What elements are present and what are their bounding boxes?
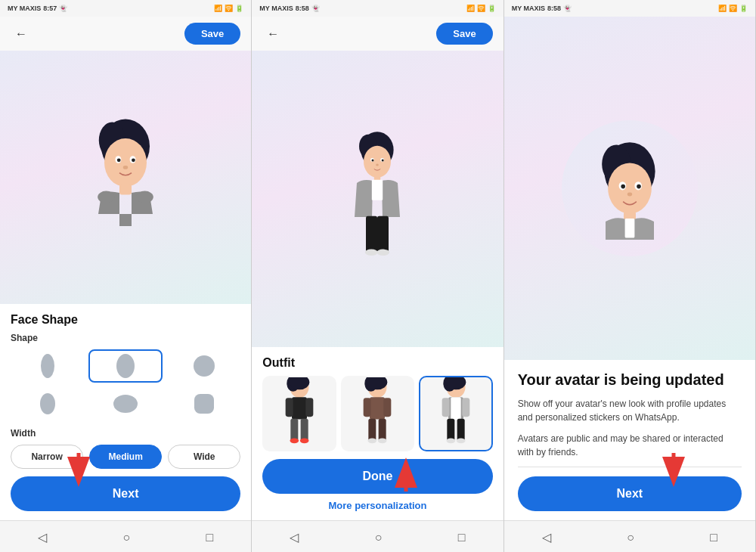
svg-point-10 <box>137 191 153 203</box>
outfit-cell-3[interactable] <box>419 376 492 451</box>
recent-nav-2[interactable]: □ <box>446 528 478 547</box>
signal-icon-3: 📶 <box>718 5 727 12</box>
outfit-grid <box>262 376 492 451</box>
done-button[interactable]: Done <box>262 459 492 494</box>
shape-narrow <box>41 354 54 378</box>
home-nav-1[interactable]: ○ <box>110 528 142 547</box>
svg-point-13 <box>364 146 391 178</box>
next-button-3[interactable]: Next <box>518 476 742 511</box>
carrier-3: MY MAXIS <box>512 5 545 12</box>
avatar-area-2 <box>252 51 503 347</box>
wifi-icon-2: 🛜 <box>477 5 485 12</box>
svg-point-44 <box>378 439 387 444</box>
svg-rect-32 <box>301 419 308 441</box>
status-bar-right-3: 📶 🛜 🔋 <box>718 5 748 12</box>
width-subtitle: Width <box>11 428 240 439</box>
shape-cell-4[interactable] <box>11 387 84 420</box>
svg-rect-8 <box>119 184 132 194</box>
back-nav-2[interactable]: ◁ <box>277 527 311 547</box>
svg-point-9 <box>98 191 114 203</box>
status-bar-left-3: MY MAXIS 8:58 👻 <box>512 5 572 12</box>
status-bar-right-2: 📶 🛜 🔋 <box>466 5 496 12</box>
status-bar-left-2: MY MAXIS 8:58 👻 <box>259 5 319 12</box>
svg-point-33 <box>290 439 299 444</box>
svg-point-24 <box>377 250 390 256</box>
svg-rect-22 <box>377 216 389 253</box>
width-row: Narrow Medium Wide <box>11 445 240 469</box>
svg-point-17 <box>382 160 384 162</box>
face-shape-title: Face Shape <box>11 313 240 327</box>
more-personalization-link[interactable]: More personalization <box>262 500 492 514</box>
svg-rect-41 <box>369 419 376 441</box>
status-bar-left-1: MY MAXIS 8:57 👻 <box>8 5 67 12</box>
home-nav-2[interactable]: ○ <box>363 528 395 547</box>
updated-panel: Your avatar is being updated Show off yo… <box>504 360 755 520</box>
svg-rect-21 <box>366 216 377 253</box>
wide-button[interactable]: Wide <box>168 445 240 469</box>
svg-rect-52 <box>447 419 454 441</box>
screen3: MY MAXIS 8:58 👻 📶 🛜 🔋 <box>504 0 756 552</box>
shape-cell-3[interactable] <box>167 349 240 383</box>
svg-rect-20 <box>372 180 383 200</box>
svg-point-58 <box>608 163 652 213</box>
svg-rect-28 <box>292 397 307 419</box>
battery-3: 🔋 <box>739 5 748 12</box>
back-nav-1[interactable]: ◁ <box>26 527 59 547</box>
carrier-2: MY MAXIS <box>259 5 293 12</box>
back-button-1[interactable]: ← <box>11 23 32 45</box>
recent-nav-3[interactable]: □ <box>698 528 730 547</box>
carrier-1: MY MAXIS <box>8 5 41 12</box>
bottom-panel-1: Face Shape Shape Width Narrow <box>0 304 251 520</box>
save-button-1[interactable]: Save <box>184 23 240 45</box>
signal-icon-2: 📶 <box>466 5 475 12</box>
wifi-icon-1: 🛜 <box>225 5 233 12</box>
recent-nav-1[interactable]: □ <box>194 528 225 547</box>
shape-cell-5[interactable] <box>88 387 162 420</box>
shape-square <box>194 394 214 414</box>
svg-rect-38 <box>370 397 385 419</box>
screen2: MY MAXIS 8:58 👻 📶 🛜 🔋 ← Save <box>252 0 503 552</box>
status-bar-right-1: 📶 🛜 🔋 <box>214 5 243 12</box>
save-button-2[interactable]: Save <box>436 23 492 45</box>
bottom-nav-2: ◁ ○ □ <box>252 520 503 552</box>
svg-rect-50 <box>462 398 469 417</box>
back-nav-3[interactable]: ◁ <box>530 527 563 547</box>
svg-point-61 <box>621 185 625 189</box>
signal-icon-1: 📶 <box>214 5 222 12</box>
updated-title: Your avatar is being updated <box>518 371 742 389</box>
svg-point-5 <box>117 158 121 162</box>
status-bar-1: MY MAXIS 8:57 👻 📶 🛜 🔋 <box>0 0 251 17</box>
svg-rect-30 <box>305 398 313 417</box>
svg-point-16 <box>372 160 374 162</box>
top-bar-2: ← Save <box>252 17 503 51</box>
shape-cell-6[interactable] <box>167 387 240 420</box>
shape-cell-2[interactable] <box>88 349 162 383</box>
svg-rect-51 <box>451 397 460 420</box>
narrow-button[interactable]: Narrow <box>11 445 83 469</box>
svg-point-2 <box>104 138 147 187</box>
shape-small <box>40 393 55 414</box>
svg-point-54 <box>446 439 455 444</box>
svg-point-43 <box>368 439 377 444</box>
time-1: 8:57 <box>43 5 57 12</box>
shape-cell-1[interactable] <box>11 349 84 383</box>
divider-3 <box>518 467 742 467</box>
back-button-2[interactable]: ← <box>262 23 284 45</box>
bottom-nav-3: ◁ ○ □ <box>504 520 755 552</box>
outfit-title: Outfit <box>262 356 492 370</box>
time-3: 8:58 <box>547 5 561 12</box>
outfit-cell-1[interactable] <box>262 376 336 451</box>
shape-wide <box>113 395 138 413</box>
svg-point-63 <box>627 193 632 197</box>
next-button-1[interactable]: Next <box>11 476 240 511</box>
svg-point-18 <box>376 164 380 166</box>
shape-round <box>194 355 215 377</box>
snapchat-icon-3: 👻 <box>563 5 572 12</box>
avatar-area-1 <box>0 51 251 304</box>
medium-button[interactable]: Medium <box>89 445 162 469</box>
time-2: 8:58 <box>296 5 309 12</box>
home-nav-3[interactable]: ○ <box>615 528 646 547</box>
battery-1: 🔋 <box>235 5 243 12</box>
svg-rect-29 <box>286 398 293 417</box>
outfit-cell-2[interactable] <box>341 376 414 451</box>
